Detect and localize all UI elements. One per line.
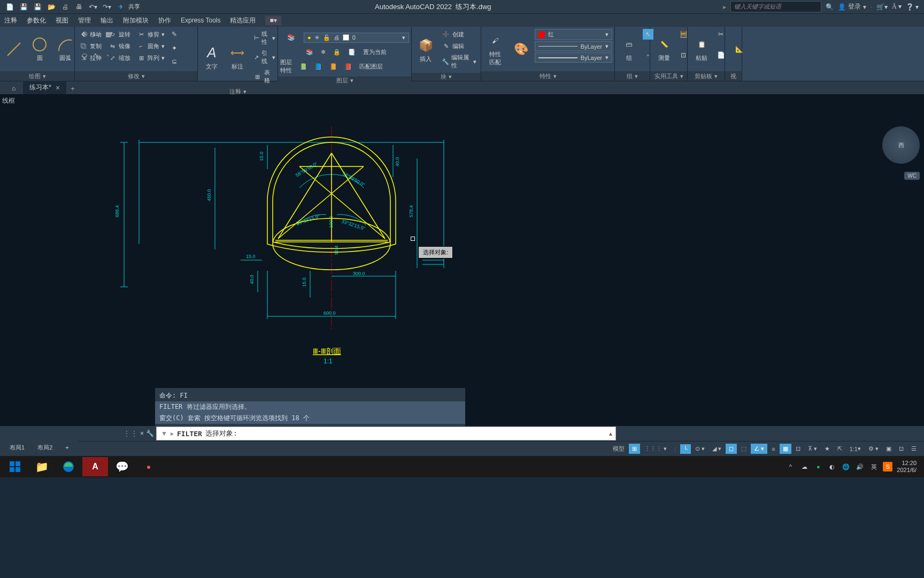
close-icon[interactable]: × [140,430,144,437]
linear-button[interactable]: ⊢线性 ▾ [251,29,278,47]
panel-layers-title[interactable]: 图层 ▾ [278,77,411,85]
scale-button[interactable]: ⤢缩放 [106,52,133,63]
login-button[interactable]: 👤 登录 ▾ [838,2,866,11]
copy-button[interactable]: ⿻复制 [77,41,104,51]
panel-groups-title[interactable]: 组 ▾ [615,71,650,81]
lineweight-dropdown[interactable]: ByLayer▾ [535,41,612,51]
match-props-button[interactable]: 🖌 特性 匹配 [483,29,507,69]
autocad-icon[interactable]: A [82,457,108,476]
viewcube[interactable]: 西 [882,126,920,164]
tab-featured[interactable]: 精选应用 [230,16,256,25]
set-current-button[interactable]: 置为当前 [361,47,389,57]
osnap-icon[interactable]: ◻ [726,444,737,454]
line-button[interactable] [2,29,26,69]
layout-l2[interactable]: 布局2 [32,442,58,453]
circle-button[interactable]: 圆 [28,29,51,69]
tab-drawing[interactable]: 练习本* × [23,81,66,94]
search-input[interactable]: 键入关键字或短语 [730,1,821,12]
tab-overflow[interactable]: ■▾ [265,16,281,25]
chevron-up-icon[interactable]: ▴ [609,430,612,437]
layer-freeze-icon[interactable]: 🔒 [331,48,343,57]
insert-button[interactable]: 📦 插入 [414,29,437,71]
panel-block-title[interactable]: 块 ▾ [412,73,481,81]
layer-b-icon[interactable]: 📘 [312,62,324,71]
cut-icon[interactable]: ✂ [715,29,726,40]
layer-c-icon[interactable]: 📙 [327,62,339,71]
erase-icon[interactable]: ✎ [169,29,180,40]
layer-dropdown[interactable]: ●☀🔓🖨 0 ▾ [304,33,409,43]
share-label[interactable]: 共享 [128,3,140,11]
max-icon[interactable]: ⊡ [896,444,907,454]
undo-icon[interactable]: ↶▾ [87,1,99,13]
match-layer-button[interactable]: 匹配图层 [357,62,385,72]
gear-icon[interactable]: ⚙ ▾ [865,444,882,454]
drag-handle-icon[interactable]: ⋮⋮ [123,429,138,438]
save-icon[interactable]: 💾 [17,1,30,13]
sogou-icon[interactable]: S [883,462,892,471]
wcs-badge[interactable]: WC [904,172,920,180]
record-icon[interactable]: ● [136,457,161,476]
move-button[interactable]: ✥移动 [77,29,104,40]
table-button[interactable]: ⊞表格 [251,67,278,86]
edit-block-button[interactable]: ✎编辑 [440,41,479,51]
cart-icon[interactable]: 🛒▾ [876,3,888,11]
search-icon[interactable]: 🔍 [826,3,834,11]
tab-manage[interactable]: 管理 [78,16,91,25]
copy-clip-icon[interactable]: 📄 [715,50,726,60]
tray-icon[interactable]: ◐ [827,462,837,471]
tab-collab[interactable]: 协作 [158,16,171,25]
network-icon[interactable]: 🌐 [841,462,851,471]
grid-icon[interactable]: ⊞ [629,444,640,454]
fillet-button[interactable]: ⌐圆角 ▾ [135,41,167,51]
layer-a-icon[interactable]: 📗 [297,62,309,71]
3dosnap-icon[interactable]: ⬚ [738,444,750,454]
new-icon[interactable]: 📄 [3,1,16,13]
panel-modify-title[interactable]: 修改 ▾ [75,71,197,81]
select-all-icon[interactable]: ⊡ [678,50,689,60]
app-icon[interactable]: Å ▾ [892,3,902,11]
panel-draw-title[interactable]: 绘图 ▾ [0,71,74,81]
dim-button[interactable]: ⟷ 标注 [226,29,249,86]
wechat-icon[interactable]: 💬 [109,457,135,476]
open-icon[interactable]: 📂 [45,1,58,13]
tab-start[interactable]: ⌂ [5,82,22,94]
cycle-icon[interactable]: ⊡ [792,444,804,454]
add-tab-button[interactable]: + [67,83,78,94]
tab-output[interactable]: 输出 [101,16,113,25]
wechat-tray-icon[interactable]: ● [813,462,823,471]
tab-express[interactable]: Express Tools [181,17,220,24]
ime-label[interactable]: 英 [869,462,879,471]
onedrive-icon[interactable]: ☁ [799,462,809,471]
help-icon[interactable]: ❔ ▾ [906,3,919,11]
layer-d-icon[interactable]: 📕 [342,62,354,71]
ortho-icon[interactable]: └ [680,444,691,454]
layer-lock-icon[interactable]: 📑 [346,48,358,57]
model-button[interactable]: 模型 [610,443,628,454]
explorer-icon[interactable]: 📁 [29,457,55,476]
polar-icon[interactable]: ⊙ ▾ [692,444,708,454]
otrack-icon[interactable]: ∠ ▾ [751,444,767,454]
edit-attr-button[interactable]: 🔧编辑属性 ▾ [440,52,479,71]
tab-view[interactable]: 视图 [56,16,68,25]
plot-icon[interactable]: 🖨 [59,1,72,13]
tab-annotate[interactable]: 注释 [4,16,17,25]
layer-iso-icon[interactable]: 📚 [304,48,315,57]
print-icon[interactable]: 🖶 [73,1,86,13]
snap-icon[interactable]: ⋮⋮⋮ ▾ [641,444,670,454]
layout-l1[interactable]: 布局1 [4,442,30,453]
view-button[interactable]: 📐 [727,29,751,69]
mirror-button[interactable]: ⇋镜像 [106,41,133,51]
measure-button[interactable]: 📏测量 [652,29,676,69]
rotate-button[interactable]: ↻旋转 [106,29,133,40]
clock-time[interactable]: 12:20 [897,460,917,467]
group-button[interactable]: 🗃组 [617,29,641,69]
layer-off-icon[interactable]: ❄ [319,48,328,57]
tray-up-icon[interactable]: ^ [786,462,795,471]
stretch-button[interactable]: ⇲拉伸 [77,52,104,63]
leader-button[interactable]: ↗引线 ▾ [251,48,278,66]
redo-icon[interactable]: ↷▾ [101,1,113,13]
scale-display[interactable]: 1:1 ▾ [846,444,864,454]
anno2-icon[interactable]: ★ [821,444,833,454]
lw-icon[interactable]: ≡ [768,444,778,454]
panel-clip-title[interactable]: 剪贴板 ▾ [688,71,725,81]
